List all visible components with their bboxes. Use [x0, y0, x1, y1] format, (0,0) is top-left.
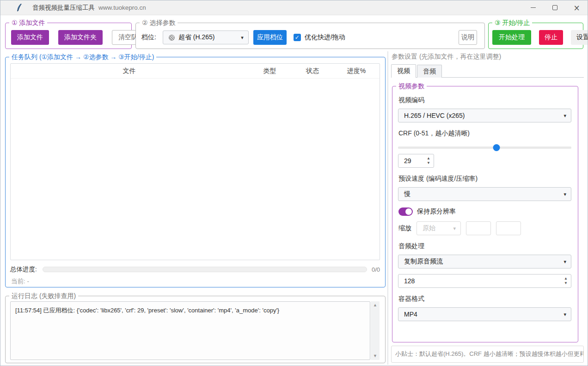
audio-bitrate-spinbox[interactable]: 128 ▲ ▼	[398, 274, 571, 288]
panel-splitter[interactable]	[387, 51, 388, 365]
audio-mode-label: 音频处理	[398, 242, 571, 250]
scale-mode-select[interactable]: 原始 ▾	[416, 221, 461, 235]
minimize-button[interactable]	[522, 0, 544, 15]
spin-down-icon[interactable]: ▼	[564, 281, 568, 286]
app-logo-icon	[16, 3, 22, 12]
faststart-checkbox-label: 优化快进/拖动	[305, 33, 345, 42]
codec-label: 视频编码	[398, 96, 571, 104]
spin-down-icon[interactable]: ▼	[427, 161, 430, 165]
preset-select-value: 慢	[404, 190, 410, 198]
crf-slider[interactable]	[398, 144, 571, 151]
tab-audio[interactable]: 音频	[417, 65, 442, 78]
add-files-button[interactable]: 添加文件	[11, 30, 49, 45]
add-files-group-legend: ① 添加文件	[9, 18, 47, 27]
start-stop-group: ③ 开始/停止 开始处理 停止 设置	[488, 23, 583, 49]
audio-mode-select[interactable]: 复制原音频流 ▾	[398, 255, 571, 268]
video-params-legend: 视频参数	[396, 82, 427, 91]
scroll-down-icon[interactable]: ▼	[373, 352, 377, 360]
chevron-down-icon: ▾	[560, 113, 566, 118]
queue-table-body	[11, 79, 380, 260]
container-select[interactable]: MP4 ▾	[398, 307, 571, 321]
start-button[interactable]: 开始处理	[492, 30, 531, 45]
scale-label: 缩放	[398, 224, 411, 232]
window-controls: ×	[522, 0, 588, 15]
audio-mode-value: 复制原音频流	[404, 257, 443, 266]
faststart-checkbox-row[interactable]: ✓ 优化快进/拖动	[294, 33, 345, 42]
select-params-group-legend: ② 选择参数	[140, 18, 178, 27]
profile-icon	[169, 35, 175, 41]
titlebar: 音频视频批量压缩工具 www.tuokepro.cn ×	[0, 0, 588, 15]
preset-label: 预设速度 (编码速度/压缩率)	[398, 175, 571, 183]
apply-profile-button[interactable]: 应用档位	[253, 30, 287, 45]
chevron-down-icon: ▾	[560, 192, 566, 197]
column-header-progress[interactable]: 进度%	[333, 67, 380, 75]
log-line: [11:57:54] 已应用档位: {'codec': 'libx265', '…	[15, 306, 365, 315]
chevron-down-icon: ▾	[560, 312, 566, 317]
spin-up-icon[interactable]: ▲	[427, 157, 430, 161]
run-log-group: 运行日志 (失败排查用) [11:57:54] 已应用档位: {'codec':…	[5, 296, 386, 363]
column-header-file[interactable]: 文件	[11, 67, 248, 75]
chevron-down-icon: ▾	[449, 226, 456, 231]
start-stop-group-legend: ③ 开始/停止	[492, 18, 532, 27]
close-button[interactable]: ×	[566, 0, 588, 15]
crf-slider-track	[398, 146, 571, 149]
overall-progress-label: 总体进度:	[10, 265, 37, 274]
profile-select-value: 超省 (H.265)	[178, 33, 215, 42]
add-folder-button[interactable]: 添加文件夹	[58, 30, 103, 45]
codec-select[interactable]: H.265 / HEVC (x265) ▾	[398, 109, 571, 122]
keep-resolution-toggle[interactable]	[398, 207, 413, 216]
scroll-up-icon[interactable]: ▲	[373, 301, 377, 309]
task-queue-legend: 任务队列 (①添加文件 → ②选参数 → ③开始/停止)	[9, 53, 156, 61]
overall-progress-count: 0/0	[372, 266, 380, 273]
task-queue-group: 任务队列 (①添加文件 → ②选参数 → ③开始/停止) 文件 类型 状态 进度…	[5, 57, 386, 287]
queue-table[interactable]: 文件 类型 状态 进度%	[10, 63, 380, 260]
profile-select[interactable]: 超省 (H.265) ▾	[163, 30, 249, 44]
overall-progress-bar	[43, 267, 367, 272]
scale-mode-value: 原始	[423, 224, 435, 232]
log-textarea[interactable]: [11:57:54] 已应用档位: {'codec': 'libx265', '…	[10, 301, 370, 360]
log-scrollbar[interactable]: ▲ ▼	[371, 301, 380, 360]
current-file-label: 当前: -	[11, 277, 29, 286]
settings-button[interactable]: 设置	[571, 30, 588, 45]
crf-label: CRF (0-51，越小越清晰)	[398, 129, 571, 138]
spin-up-icon[interactable]: ▲	[564, 277, 568, 281]
queue-table-header: 文件 类型 状态 进度%	[11, 64, 380, 79]
help-button[interactable]: 说明	[459, 30, 477, 45]
column-header-status[interactable]: 状态	[292, 67, 333, 75]
stop-button[interactable]: 停止	[539, 30, 563, 45]
crf-spinbox[interactable]: 29 ▲ ▼	[398, 154, 434, 168]
crf-spinbox-value: 29	[398, 157, 423, 165]
settings-panel: 参数设置 (先添加文件，再在这里调整) 视频 音频 视频参数 视频编码 H.26…	[391, 51, 584, 365]
add-files-group: ① 添加文件 添加文件 添加文件夹 清空队列	[5, 23, 132, 49]
scale-width-input[interactable]	[466, 221, 491, 235]
run-log-legend: 运行日志 (失败排查用)	[9, 292, 78, 300]
crf-slider-handle[interactable]	[493, 144, 500, 151]
chevron-down-icon: ▾	[560, 259, 566, 264]
window-title: 音频视频批量压缩工具	[32, 4, 95, 12]
codec-select-value: H.265 / HEVC (x265)	[404, 112, 465, 119]
checkbox-check-icon[interactable]: ✓	[294, 34, 301, 41]
chevron-down-icon: ▾	[237, 35, 244, 40]
select-params-group: ② 选择参数 档位: 超省 (H.265) ▾ 应用档位 ✓ 优化快进/拖动 说…	[135, 23, 485, 49]
settings-tabs: 视频 音频	[391, 64, 584, 78]
audio-bitrate-value: 128	[398, 277, 561, 285]
scale-height-input[interactable]	[496, 221, 521, 235]
tab-video[interactable]: 视频	[391, 64, 416, 78]
profile-label: 档位:	[141, 33, 156, 42]
column-header-type[interactable]: 类型	[248, 67, 292, 75]
container-select-value: MP4	[404, 311, 417, 318]
container-label: 容器格式	[398, 295, 571, 303]
keep-resolution-label: 保持原分辨率	[417, 207, 456, 216]
settings-panel-header: 参数设置 (先添加文件，再在这里调整)	[392, 53, 501, 61]
window-title-url: www.tuokepro.cn	[98, 4, 146, 11]
preset-select[interactable]: 慢 ▾	[398, 187, 571, 201]
toggle-knob	[405, 208, 412, 215]
tip-text: 小贴士：默认超省(H.265)。CRF 越小越清晰；预设越慢体积越小但更耗时。	[391, 346, 584, 363]
maximize-button[interactable]	[544, 0, 566, 15]
video-params-group: 视频参数 视频编码 H.265 / HEVC (x265) ▾ CRF (0-5…	[392, 86, 578, 342]
